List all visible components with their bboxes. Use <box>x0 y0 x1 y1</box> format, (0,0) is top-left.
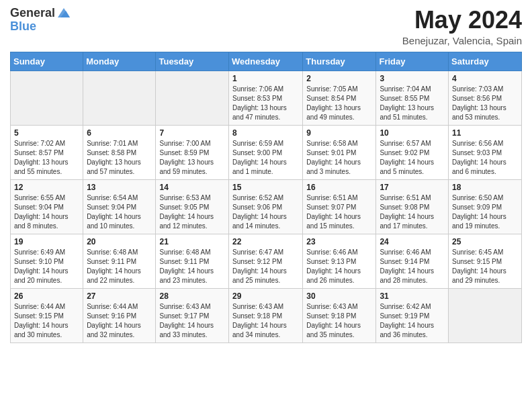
col-tuesday: Tuesday <box>156 52 229 71</box>
day-info: Sunrise: 6:46 AM Sunset: 9:14 PM Dayligh… <box>380 248 445 285</box>
day-number: 7 <box>159 128 225 138</box>
day-number: 27 <box>87 291 152 301</box>
day-number: 5 <box>14 128 79 138</box>
day-info: Sunrise: 6:48 AM Sunset: 9:11 PM Dayligh… <box>87 248 152 285</box>
day-number: 13 <box>87 183 152 192</box>
title-month: May 2024 <box>402 7 522 34</box>
day-info: Sunrise: 6:51 AM Sunset: 9:08 PM Dayligh… <box>380 193 445 231</box>
calendar-cell: 29Sunrise: 6:43 AM Sunset: 9:18 PM Dayli… <box>229 288 303 342</box>
day-info: Sunrise: 6:46 AM Sunset: 9:13 PM Dayligh… <box>306 248 372 285</box>
day-info: Sunrise: 6:45 AM Sunset: 9:15 PM Dayligh… <box>452 248 518 285</box>
calendar-cell: 3Sunrise: 7:04 AM Sunset: 8:55 PM Daylig… <box>376 71 449 125</box>
col-friday: Friday <box>376 52 449 71</box>
day-info: Sunrise: 6:43 AM Sunset: 9:18 PM Dayligh… <box>232 302 299 340</box>
day-info: Sunrise: 7:04 AM Sunset: 8:55 PM Dayligh… <box>380 85 445 122</box>
day-number: 2 <box>306 74 372 83</box>
calendar-week-4: 19Sunrise: 6:49 AM Sunset: 9:10 PM Dayli… <box>11 234 522 288</box>
day-number: 12 <box>14 183 79 192</box>
logo: General Blue <box>10 7 71 34</box>
day-number: 18 <box>452 183 518 192</box>
calendar: Sunday Monday Tuesday Wednesday Thursday… <box>10 52 522 343</box>
calendar-cell: 21Sunrise: 6:48 AM Sunset: 9:11 PM Dayli… <box>156 234 229 288</box>
day-info: Sunrise: 6:43 AM Sunset: 9:17 PM Dayligh… <box>159 302 225 340</box>
calendar-cell: 30Sunrise: 6:43 AM Sunset: 9:18 PM Dayli… <box>303 288 376 342</box>
calendar-cell: 8Sunrise: 6:59 AM Sunset: 9:00 PM Daylig… <box>229 125 303 179</box>
logo-blue: Blue <box>10 20 36 34</box>
day-number: 23 <box>306 237 372 246</box>
calendar-cell: 12Sunrise: 6:55 AM Sunset: 9:04 PM Dayli… <box>11 179 83 234</box>
day-number: 3 <box>380 74 445 83</box>
calendar-week-2: 5Sunrise: 7:02 AM Sunset: 8:57 PM Daylig… <box>11 125 522 179</box>
day-number: 6 <box>87 128 152 138</box>
day-number: 1 <box>232 74 299 83</box>
day-number: 30 <box>306 291 372 301</box>
calendar-cell: 16Sunrise: 6:51 AM Sunset: 9:07 PM Dayli… <box>303 179 376 234</box>
title-location: Benejuzar, Valencia, Spain <box>402 35 522 46</box>
day-info: Sunrise: 6:52 AM Sunset: 9:06 PM Dayligh… <box>232 193 299 231</box>
calendar-cell: 27Sunrise: 6:44 AM Sunset: 9:16 PM Dayli… <box>83 288 156 342</box>
page: General Blue May 2024 Benejuzar, Valenci… <box>0 0 532 353</box>
calendar-cell <box>156 71 229 125</box>
calendar-cell: 14Sunrise: 6:53 AM Sunset: 9:05 PM Dayli… <box>156 179 229 234</box>
day-info: Sunrise: 6:55 AM Sunset: 9:04 PM Dayligh… <box>14 193 79 231</box>
calendar-cell: 22Sunrise: 6:47 AM Sunset: 9:12 PM Dayli… <box>229 234 303 288</box>
day-info: Sunrise: 7:00 AM Sunset: 8:59 PM Dayligh… <box>159 139 225 177</box>
day-info: Sunrise: 7:02 AM Sunset: 8:57 PM Dayligh… <box>14 139 79 177</box>
calendar-cell: 1Sunrise: 7:06 AM Sunset: 8:53 PM Daylig… <box>229 71 303 125</box>
day-number: 16 <box>306 183 372 192</box>
calendar-week-5: 26Sunrise: 6:44 AM Sunset: 9:15 PM Dayli… <box>11 288 522 342</box>
calendar-cell: 7Sunrise: 7:00 AM Sunset: 8:59 PM Daylig… <box>156 125 229 179</box>
day-number: 10 <box>380 128 445 138</box>
title-block: May 2024 Benejuzar, Valencia, Spain <box>402 7 522 46</box>
calendar-cell: 28Sunrise: 6:43 AM Sunset: 9:17 PM Dayli… <box>156 288 229 342</box>
calendar-cell: 2Sunrise: 7:05 AM Sunset: 8:54 PM Daylig… <box>303 71 376 125</box>
day-info: Sunrise: 7:01 AM Sunset: 8:58 PM Dayligh… <box>87 139 152 177</box>
day-number: 14 <box>159 183 225 192</box>
calendar-cell: 13Sunrise: 6:54 AM Sunset: 9:04 PM Dayli… <box>83 179 156 234</box>
day-number: 11 <box>452 128 518 138</box>
col-monday: Monday <box>83 52 156 71</box>
day-info: Sunrise: 6:43 AM Sunset: 9:18 PM Dayligh… <box>306 302 372 340</box>
calendar-week-1: 1Sunrise: 7:06 AM Sunset: 8:53 PM Daylig… <box>11 71 522 125</box>
day-info: Sunrise: 6:56 AM Sunset: 9:03 PM Dayligh… <box>452 139 518 177</box>
day-number: 8 <box>232 128 299 138</box>
day-number: 21 <box>159 237 225 246</box>
header: General Blue May 2024 Benejuzar, Valenci… <box>10 7 522 46</box>
day-info: Sunrise: 6:44 AM Sunset: 9:16 PM Dayligh… <box>87 302 152 340</box>
day-info: Sunrise: 6:57 AM Sunset: 9:02 PM Dayligh… <box>380 139 445 177</box>
calendar-cell <box>83 71 156 125</box>
day-number: 15 <box>232 183 299 192</box>
calendar-cell: 19Sunrise: 6:49 AM Sunset: 9:10 PM Dayli… <box>11 234 83 288</box>
day-number: 4 <box>452 74 518 83</box>
day-number: 31 <box>380 291 445 301</box>
calendar-cell: 11Sunrise: 6:56 AM Sunset: 9:03 PM Dayli… <box>449 125 522 179</box>
day-number: 17 <box>380 183 445 192</box>
logo-icon <box>56 5 71 20</box>
day-info: Sunrise: 6:48 AM Sunset: 9:11 PM Dayligh… <box>159 248 225 285</box>
day-info: Sunrise: 6:59 AM Sunset: 9:00 PM Dayligh… <box>232 139 299 177</box>
day-number: 29 <box>232 291 299 301</box>
day-info: Sunrise: 6:58 AM Sunset: 9:01 PM Dayligh… <box>306 139 372 177</box>
calendar-cell: 25Sunrise: 6:45 AM Sunset: 9:15 PM Dayli… <box>449 234 522 288</box>
calendar-cell: 26Sunrise: 6:44 AM Sunset: 9:15 PM Dayli… <box>11 288 83 342</box>
day-info: Sunrise: 6:47 AM Sunset: 9:12 PM Dayligh… <box>232 248 299 285</box>
calendar-week-3: 12Sunrise: 6:55 AM Sunset: 9:04 PM Dayli… <box>11 179 522 234</box>
day-info: Sunrise: 7:05 AM Sunset: 8:54 PM Dayligh… <box>306 85 372 122</box>
day-number: 26 <box>14 291 79 301</box>
calendar-cell: 9Sunrise: 6:58 AM Sunset: 9:01 PM Daylig… <box>303 125 376 179</box>
calendar-cell: 23Sunrise: 6:46 AM Sunset: 9:13 PM Dayli… <box>303 234 376 288</box>
calendar-cell: 6Sunrise: 7:01 AM Sunset: 8:58 PM Daylig… <box>83 125 156 179</box>
calendar-cell: 17Sunrise: 6:51 AM Sunset: 9:08 PM Dayli… <box>376 179 449 234</box>
calendar-cell <box>449 288 522 342</box>
day-number: 25 <box>452 237 518 246</box>
calendar-cell: 18Sunrise: 6:50 AM Sunset: 9:09 PM Dayli… <box>449 179 522 234</box>
day-info: Sunrise: 7:06 AM Sunset: 8:53 PM Dayligh… <box>232 85 299 122</box>
col-sunday: Sunday <box>11 52 83 71</box>
day-number: 19 <box>14 237 79 246</box>
calendar-cell: 20Sunrise: 6:48 AM Sunset: 9:11 PM Dayli… <box>83 234 156 288</box>
day-info: Sunrise: 6:42 AM Sunset: 9:19 PM Dayligh… <box>380 302 445 340</box>
calendar-cell: 24Sunrise: 6:46 AM Sunset: 9:14 PM Dayli… <box>376 234 449 288</box>
day-info: Sunrise: 6:44 AM Sunset: 9:15 PM Dayligh… <box>14 302 79 340</box>
day-number: 20 <box>87 237 152 246</box>
col-wednesday: Wednesday <box>229 52 303 71</box>
